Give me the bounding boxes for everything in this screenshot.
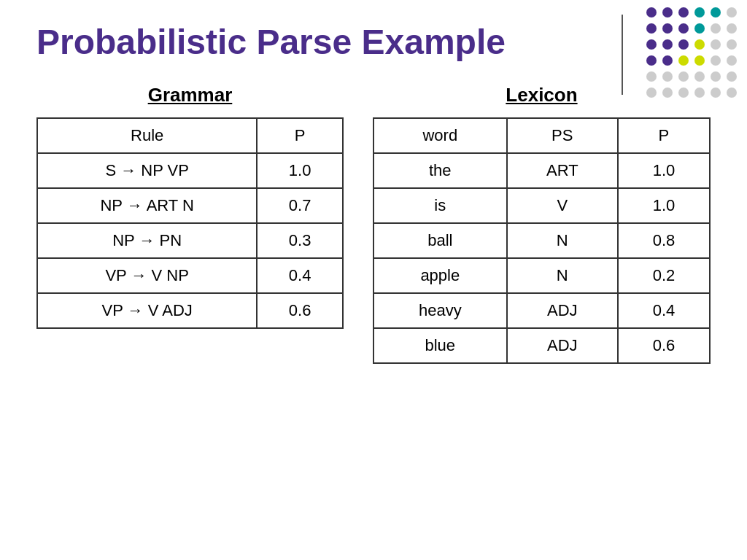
dot xyxy=(694,55,705,66)
lexicon-ps-5: ADJ xyxy=(507,328,618,363)
lexicon-p-0: 1.0 xyxy=(618,153,710,188)
lexicon-header-p: P xyxy=(618,118,710,153)
lexicon-p-2: 0.8 xyxy=(618,223,710,258)
dot xyxy=(711,39,721,50)
dot xyxy=(646,7,657,18)
lexicon-word-0: the xyxy=(374,153,507,188)
lexicon-row-5: blue ADJ 0.6 xyxy=(374,328,710,363)
lexicon-header-row: word PS P xyxy=(374,118,710,153)
lexicon-p-4: 0.4 xyxy=(618,293,710,328)
lexicon-ps-1: V xyxy=(507,188,618,223)
lexicon-row-1: is V 1.0 xyxy=(374,188,710,223)
grammar-header-rule: Rule xyxy=(37,118,257,153)
dot xyxy=(694,71,705,82)
grammar-title: Grammar xyxy=(36,84,344,106)
lexicon-ps-3: N xyxy=(507,258,618,293)
grammar-row-4: VP → V ADJ 0.6 xyxy=(37,293,343,328)
lexicon-header-ps: PS xyxy=(507,118,618,153)
dot xyxy=(678,88,689,98)
dot xyxy=(711,55,721,66)
grammar-row-1: NP → ART N 0.7 xyxy=(37,188,343,223)
dot xyxy=(727,23,737,34)
lexicon-ps-2: N xyxy=(507,223,618,258)
lexicon-p-5: 0.6 xyxy=(618,328,710,363)
dot xyxy=(694,7,705,18)
title-divider xyxy=(622,15,623,95)
dot xyxy=(711,7,721,18)
dot xyxy=(678,7,689,18)
lexicon-header-word: word xyxy=(374,118,507,153)
dot xyxy=(711,71,721,82)
grammar-table: Rule P S → NP VP 1.0 NP → ART N 0.7 NP →… xyxy=(36,117,344,329)
grammar-row-0: S → NP VP 1.0 xyxy=(37,153,343,188)
lexicon-p-3: 0.2 xyxy=(618,258,710,293)
lexicon-section: Lexicon word PS P the ART 1.0 is V 1.0 xyxy=(373,84,711,364)
grammar-p-0: 1.0 xyxy=(257,153,343,188)
grammar-header-row: Rule P xyxy=(37,118,343,153)
grammar-rule-2: NP → PN xyxy=(37,223,257,258)
dot xyxy=(711,23,721,34)
grammar-rule-1: NP → ART N xyxy=(37,188,257,223)
dot xyxy=(662,23,673,34)
dot xyxy=(646,39,657,50)
lexicon-word-4: heavy xyxy=(374,293,507,328)
grammar-p-3: 0.4 xyxy=(257,258,343,293)
dot xyxy=(662,39,673,50)
dot xyxy=(662,88,673,98)
grammar-rule-4: VP → V ADJ xyxy=(37,293,257,328)
content-area: Grammar Rule P S → NP VP 1.0 NP → ART N … xyxy=(36,84,711,364)
dot xyxy=(694,23,705,34)
lexicon-word-1: is xyxy=(374,188,507,223)
lexicon-row-4: heavy ADJ 0.4 xyxy=(374,293,710,328)
dot xyxy=(694,88,705,98)
dot xyxy=(727,71,737,82)
dot xyxy=(727,39,737,50)
dot xyxy=(678,71,689,82)
dot xyxy=(727,7,737,18)
dot xyxy=(646,88,657,98)
grammar-section: Grammar Rule P S → NP VP 1.0 NP → ART N … xyxy=(36,84,344,329)
grammar-p-1: 0.7 xyxy=(257,188,343,223)
page: Probabilistic Parse Example Grammar Rule… xyxy=(0,0,747,560)
dot xyxy=(662,55,673,66)
lexicon-row-3: apple N 0.2 xyxy=(374,258,710,293)
lexicon-ps-4: ADJ xyxy=(507,293,618,328)
dot xyxy=(646,23,657,34)
lexicon-row-0: the ART 1.0 xyxy=(374,153,710,188)
dot xyxy=(662,7,673,18)
grammar-row-3: VP → V NP 0.4 xyxy=(37,258,343,293)
dot-grid-decoration xyxy=(646,7,740,101)
grammar-rule-3: VP → V NP xyxy=(37,258,257,293)
dot xyxy=(678,39,689,50)
lexicon-word-2: ball xyxy=(374,223,507,258)
dot xyxy=(662,71,673,82)
page-title: Probabilistic Parse Example xyxy=(36,22,711,62)
grammar-p-4: 0.6 xyxy=(257,293,343,328)
dot xyxy=(727,55,737,66)
dot xyxy=(727,88,737,98)
grammar-p-2: 0.3 xyxy=(257,223,343,258)
dot xyxy=(711,88,721,98)
lexicon-table: word PS P the ART 1.0 is V 1.0 ball N xyxy=(373,117,711,364)
dot xyxy=(646,71,657,82)
dot xyxy=(694,39,705,50)
grammar-rule-0: S → NP VP xyxy=(37,153,257,188)
lexicon-word-5: blue xyxy=(374,328,507,363)
lexicon-p-1: 1.0 xyxy=(618,188,710,223)
lexicon-word-3: apple xyxy=(374,258,507,293)
dot xyxy=(646,55,657,66)
lexicon-row-2: ball N 0.8 xyxy=(374,223,710,258)
dot xyxy=(678,55,689,66)
grammar-row-2: NP → PN 0.3 xyxy=(37,223,343,258)
grammar-header-p: P xyxy=(257,118,343,153)
dot xyxy=(678,23,689,34)
lexicon-ps-0: ART xyxy=(507,153,618,188)
